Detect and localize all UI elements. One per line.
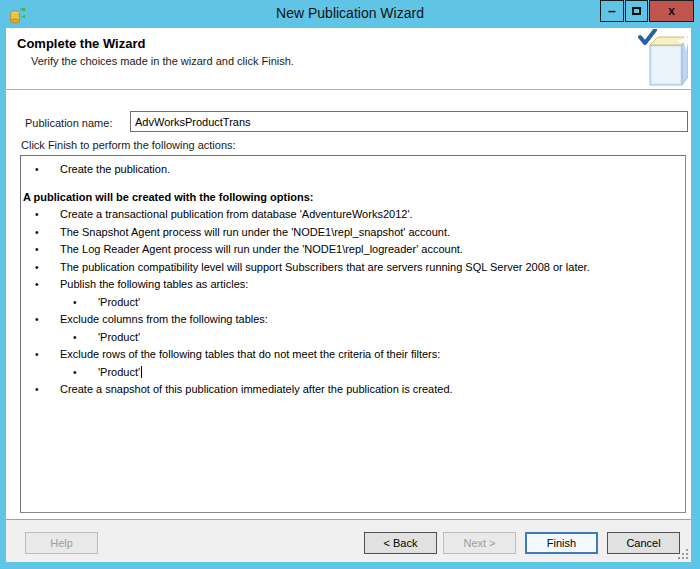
bullet-icon: • <box>35 276 39 294</box>
bullet-icon: • <box>73 329 77 347</box>
list-item: •Exclude columns from the following tabl… <box>21 311 685 329</box>
new-publication-wizard-window: New Publication Wizard – x Complete the … <box>0 0 700 569</box>
list-item: •'Product' <box>21 294 685 312</box>
list-item: •Create the publication. <box>21 161 685 179</box>
list-item: •The Log Reader Agent process will run u… <box>21 241 685 259</box>
bullet-icon: • <box>35 241 39 259</box>
list-item: •'Product' <box>21 364 685 382</box>
button-strip: Help < Back Next > Finish Cancel <box>6 519 691 562</box>
bullet-icon: • <box>35 206 39 224</box>
actions-label: Click Finish to perform the following ac… <box>21 139 236 151</box>
bullet-icon: • <box>73 364 77 382</box>
list-item: •The publication compatibility level wil… <box>21 259 685 277</box>
summary-listbox[interactable]: •Create the publication. A publication w… <box>20 155 686 513</box>
maximize-icon <box>632 7 641 15</box>
next-button: Next > <box>443 532 516 554</box>
publication-name-input[interactable] <box>130 111 688 132</box>
text-caret <box>141 366 142 378</box>
bullet-icon: • <box>35 259 39 277</box>
bullet-icon: • <box>35 346 39 364</box>
list-item: •Create a transactional publication from… <box>21 206 685 224</box>
minimize-icon: – <box>608 3 616 19</box>
back-button[interactable]: < Back <box>364 532 437 554</box>
bullet-icon: • <box>35 224 39 242</box>
resize-grip[interactable] <box>678 549 688 559</box>
finish-button[interactable]: Finish <box>525 532 598 554</box>
close-icon: x <box>668 4 675 18</box>
bullet-icon: • <box>35 161 39 179</box>
bullet-icon: • <box>35 311 39 329</box>
list-item: •Exclude rows of the following tables th… <box>21 346 685 364</box>
bullet-icon: • <box>73 294 77 312</box>
help-button: Help <box>25 532 98 554</box>
list-item: •Publish the following tables as article… <box>21 276 685 294</box>
page-subtitle: Verify the choices made in the wizard an… <box>31 55 294 67</box>
cancel-button[interactable]: Cancel <box>607 532 680 554</box>
list-item: •The Snapshot Agent process will run und… <box>21 224 685 242</box>
publication-name-label: Publication name: <box>25 117 112 129</box>
maximize-button[interactable] <box>625 0 648 22</box>
list-section-heading: A publication will be created with the f… <box>21 189 685 207</box>
wizard-book-check-icon <box>638 29 688 89</box>
list-item: •Create a snapshot of this publication i… <box>21 381 685 399</box>
titlebar[interactable]: New Publication Wizard – x <box>0 0 700 28</box>
minimize-button[interactable]: – <box>600 0 624 22</box>
close-button[interactable]: x <box>649 0 694 22</box>
dialog-body: Complete the Wizard Verify the choices m… <box>6 28 691 562</box>
page-title: Complete the Wizard <box>17 36 145 51</box>
bullet-icon: • <box>35 381 39 399</box>
list-item: •'Product' <box>21 329 685 347</box>
wizard-header: Complete the Wizard Verify the choices m… <box>6 28 691 90</box>
window-title: New Publication Wizard <box>0 5 700 21</box>
